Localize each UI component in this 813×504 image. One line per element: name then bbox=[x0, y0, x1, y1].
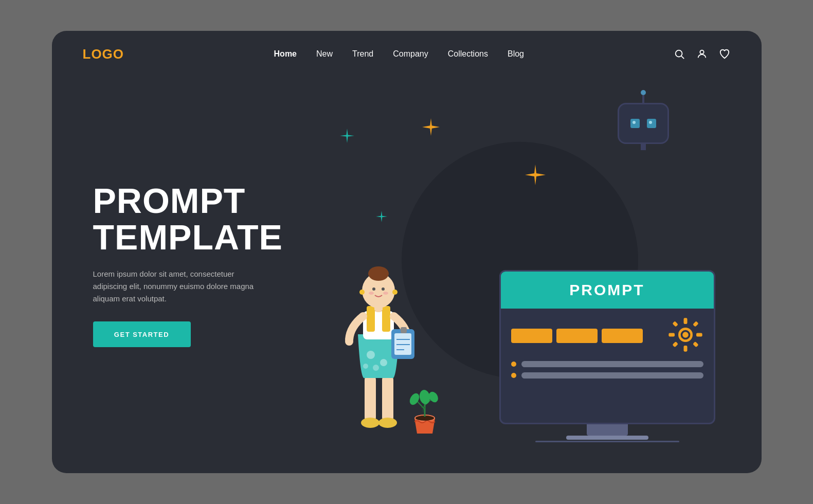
svg-rect-7 bbox=[669, 333, 675, 337]
get-started-button[interactable]: GET STARTED bbox=[93, 321, 191, 347]
navbar: LOGO Home New Trend Company Collections … bbox=[52, 31, 762, 77]
svg-rect-23 bbox=[382, 306, 390, 332]
monitor-base-line bbox=[535, 441, 679, 442]
monitor-base bbox=[566, 436, 648, 440]
svg-point-17 bbox=[367, 351, 375, 359]
robot-neck bbox=[641, 144, 646, 150]
svg-rect-12 bbox=[693, 321, 699, 327]
prompt-header-text: PROMPT bbox=[569, 281, 644, 299]
main-card: LOGO Home New Trend Company Collections … bbox=[52, 31, 762, 473]
svg-rect-13 bbox=[365, 375, 376, 422]
svg-rect-5 bbox=[683, 318, 687, 324]
svg-rect-8 bbox=[696, 333, 702, 337]
svg-point-29 bbox=[382, 287, 385, 291]
nav-item-company[interactable]: Company bbox=[393, 49, 428, 59]
prompt-tag-2 bbox=[556, 329, 598, 343]
svg-rect-14 bbox=[382, 375, 393, 422]
svg-point-33 bbox=[392, 290, 398, 295]
hero-title-line2: TEMPLATE bbox=[93, 218, 283, 257]
main-content: PROMPT TEMPLATE Lorem ipsum dolor sit am… bbox=[52, 77, 762, 473]
prompt-tags bbox=[511, 317, 703, 355]
svg-point-30 bbox=[369, 292, 374, 295]
sparkle-cyan-2 bbox=[376, 211, 387, 224]
hero-title-line1: PROMPT bbox=[93, 181, 246, 220]
prompt-tag-3 bbox=[602, 329, 643, 343]
robot bbox=[618, 103, 669, 150]
svg-point-18 bbox=[380, 359, 387, 366]
prompt-bar-2 bbox=[521, 372, 703, 379]
sparkle-gold-2 bbox=[525, 165, 700, 187]
monitor: PROMPT bbox=[499, 270, 715, 424]
nav-item-new[interactable]: New bbox=[316, 49, 333, 59]
nav-link-trend[interactable]: Trend bbox=[352, 49, 373, 58]
prompt-lines bbox=[511, 361, 703, 379]
monitor-screen: PROMPT bbox=[501, 272, 714, 423]
heart-icon[interactable] bbox=[719, 48, 730, 60]
hero-description: Lorem ipsum dolor sit amet, consectetuer… bbox=[93, 268, 258, 305]
svg-point-0 bbox=[676, 50, 682, 57]
search-icon[interactable] bbox=[674, 48, 685, 60]
nav-links: Home New Trend Company Collections Blog bbox=[274, 49, 524, 59]
prompt-body bbox=[501, 309, 714, 423]
robot-antenna bbox=[642, 95, 644, 103]
sparkle-gold-1 bbox=[422, 118, 440, 138]
robot-eye-right bbox=[647, 119, 656, 128]
prompt-bar-1 bbox=[521, 361, 703, 367]
nav-link-collections[interactable]: Collections bbox=[448, 49, 488, 58]
user-icon[interactable] bbox=[696, 48, 708, 60]
svg-point-26 bbox=[368, 266, 389, 281]
prompt-line-2 bbox=[511, 372, 703, 379]
nav-item-home[interactable]: Home bbox=[274, 49, 297, 59]
monitor-stand bbox=[587, 424, 628, 436]
prompt-dot-1 bbox=[511, 362, 516, 367]
sparkle-cyan-1 bbox=[340, 129, 354, 145]
monitor-wrapper: PROMPT bbox=[499, 270, 715, 442]
nav-link-home[interactable]: Home bbox=[274, 49, 297, 58]
left-panel: PROMPT TEMPLATE Lorem ipsum dolor sit am… bbox=[93, 183, 309, 348]
svg-point-32 bbox=[359, 290, 365, 295]
svg-rect-10 bbox=[693, 341, 699, 348]
logo: LOGO bbox=[83, 46, 124, 62]
prompt-dot-2 bbox=[511, 373, 516, 378]
nav-item-blog[interactable]: Blog bbox=[508, 49, 524, 59]
svg-point-15 bbox=[361, 418, 380, 428]
svg-point-16 bbox=[378, 418, 397, 428]
nav-link-company[interactable]: Company bbox=[393, 49, 428, 58]
nav-item-collections[interactable]: Collections bbox=[448, 49, 488, 59]
robot-eye-left bbox=[630, 119, 640, 128]
svg-rect-9 bbox=[672, 321, 678, 327]
svg-point-2 bbox=[700, 50, 704, 54]
svg-point-20 bbox=[363, 364, 368, 369]
right-panel: PROMPT bbox=[309, 77, 731, 453]
prompt-line-1 bbox=[511, 361, 703, 367]
svg-line-1 bbox=[682, 56, 684, 59]
svg-point-31 bbox=[383, 292, 388, 295]
prompt-gear bbox=[667, 317, 703, 355]
svg-rect-36 bbox=[401, 327, 407, 333]
prompt-tag-1 bbox=[511, 329, 552, 343]
svg-point-4 bbox=[682, 332, 689, 338]
nav-link-new[interactable]: New bbox=[316, 49, 333, 58]
robot-head bbox=[618, 103, 669, 144]
svg-point-19 bbox=[373, 365, 379, 371]
nav-icon-group bbox=[674, 48, 730, 60]
svg-point-28 bbox=[372, 287, 375, 291]
prompt-header: PROMPT bbox=[501, 272, 714, 309]
svg-rect-6 bbox=[683, 346, 687, 352]
svg-rect-22 bbox=[367, 306, 375, 332]
svg-point-40 bbox=[345, 337, 353, 346]
nav-item-trend[interactable]: Trend bbox=[352, 49, 373, 59]
svg-rect-11 bbox=[672, 341, 678, 348]
character bbox=[324, 231, 432, 447]
hero-title: PROMPT TEMPLATE bbox=[93, 183, 309, 256]
nav-link-blog[interactable]: Blog bbox=[508, 49, 524, 58]
